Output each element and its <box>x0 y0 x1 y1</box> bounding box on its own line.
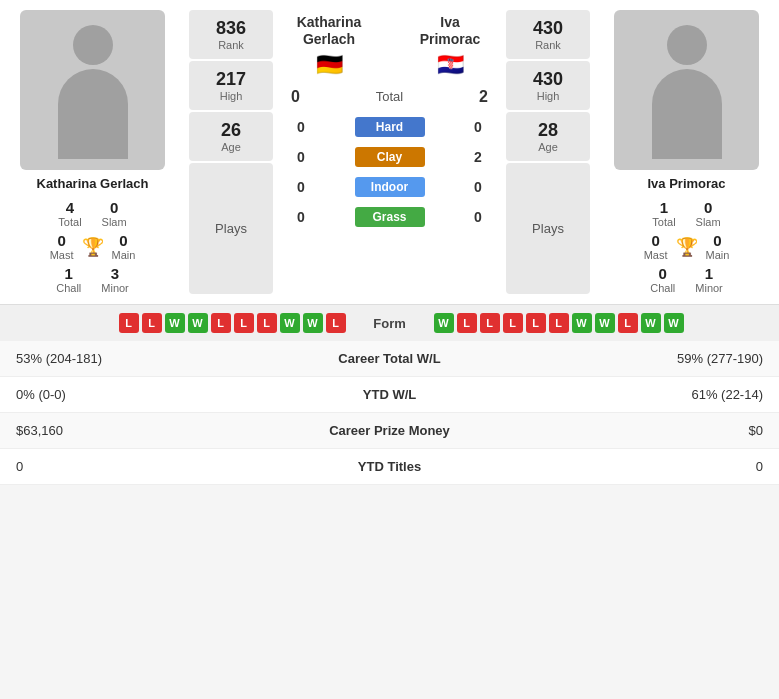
player2-mast: 0 Mast <box>644 232 668 261</box>
form-badge-p1: W <box>165 313 185 333</box>
player2-high-value: 430 <box>516 69 580 90</box>
player1-rank-label: Rank <box>199 39 263 51</box>
player2-main: 0 Main <box>706 232 730 261</box>
stats-left-val: $63,160 <box>0 413 260 449</box>
center-p1-name: KatharinaGerlach <box>289 14 369 48</box>
stats-right-val: $0 <box>519 413 779 449</box>
grass-p2: 0 <box>468 209 488 225</box>
player2-total: 1 Total <box>652 199 675 228</box>
player2-plays-label: Plays <box>532 221 564 236</box>
player2-plays-box: Plays <box>506 163 590 294</box>
player1-slam-label: Slam <box>102 216 127 228</box>
player1-chall-label: Chall <box>56 282 81 294</box>
player2-high-box: 430 High <box>506 61 590 110</box>
player1-slam: 0 Slam <box>102 199 127 228</box>
grass-p1: 0 <box>291 209 311 225</box>
player2-stats-boxes: 430 Rank 430 High 28 Age Plays <box>502 10 594 294</box>
player2-total-value: 1 <box>652 199 675 216</box>
stats-table-row: 0YTD Titles0 <box>0 449 779 485</box>
player1-chall-minor-row: 1 Chall 3 Minor <box>56 265 129 294</box>
player1-top-stats: 4 Total 0 Slam <box>58 199 126 228</box>
total-p2-score: 2 <box>479 88 488 106</box>
player2-slam-label: Slam <box>696 216 721 228</box>
player1-plays-box: Plays <box>189 163 273 294</box>
stats-table-row: 53% (204-181)Career Total W/L59% (277-19… <box>0 341 779 377</box>
form-section: LLWWLLLWWL Form WLLLLLWWLWW <box>0 304 779 341</box>
form-label: Form <box>360 316 420 331</box>
form-badge-p1: L <box>211 313 231 333</box>
form-badge-p2: W <box>641 313 661 333</box>
player1-high-box: 217 High <box>189 61 273 110</box>
form-badge-p2: W <box>572 313 592 333</box>
player1-age-label: Age <box>199 141 263 153</box>
p2-form-badges: WLLLLLWWLWW <box>424 313 770 333</box>
avatar-head-p1 <box>73 25 113 65</box>
player1-mast-value: 0 <box>50 232 74 249</box>
player2-avatar <box>614 10 759 170</box>
player1-age-box: 26 Age <box>189 112 273 161</box>
stats-center-label: Career Prize Money <box>260 413 520 449</box>
form-badge-p1: L <box>326 313 346 333</box>
indoor-row: 0 Indoor 0 <box>281 172 498 202</box>
form-badge-p2: L <box>549 313 569 333</box>
career-stats-table: 53% (204-181)Career Total W/L59% (277-19… <box>0 341 779 485</box>
player2-minor-value: 1 <box>695 265 723 282</box>
clay-badge: Clay <box>355 147 425 167</box>
p1-form-badges: LLWWLLLWWL <box>10 313 356 333</box>
hard-p1: 0 <box>291 119 311 135</box>
player2-mast-value: 0 <box>644 232 668 249</box>
player2-chall-label: Chall <box>650 282 675 294</box>
stats-table-row: $63,160Career Prize Money$0 <box>0 413 779 449</box>
player1-plays-label: Plays <box>215 221 247 236</box>
player1-card: Katharina Gerlach 4 Total 0 Slam 0 Mast … <box>0 10 185 294</box>
player2-total-label: Total <box>652 216 675 228</box>
indoor-p1: 0 <box>291 179 311 195</box>
player1-trophy-row: 0 Mast 🏆 0 Main <box>50 232 136 261</box>
total-label: Total <box>376 89 403 104</box>
player2-chall: 0 Chall <box>650 265 675 294</box>
players-section: Katharina Gerlach 4 Total 0 Slam 0 Mast … <box>0 0 779 304</box>
player1-total-value: 4 <box>58 199 81 216</box>
indoor-p2: 0 <box>468 179 488 195</box>
form-badge-p1: L <box>142 313 162 333</box>
player2-card: Iva Primorac 1 Total 0 Slam 0 Mast 🏆 <box>594 10 779 294</box>
player2-trophy-icon: 🏆 <box>676 236 698 258</box>
total-p1-score: 0 <box>291 88 300 106</box>
player2-top-stats: 1 Total 0 Slam <box>652 199 720 228</box>
player1-total: 4 Total <box>58 199 81 228</box>
form-badge-p2: L <box>503 313 523 333</box>
player2-chall-value: 0 <box>650 265 675 282</box>
player1-minor-value: 3 <box>101 265 129 282</box>
stats-left-val: 0 <box>0 449 260 485</box>
avatar-body-p1 <box>58 69 128 159</box>
avatar-body-p2 <box>652 69 722 159</box>
grass-badge: Grass <box>355 207 425 227</box>
clay-p1: 0 <box>291 149 311 165</box>
stats-right-val: 0 <box>519 449 779 485</box>
player2-slam: 0 Slam <box>696 199 721 228</box>
player1-main: 0 Main <box>112 232 136 261</box>
grass-row: 0 Grass 0 <box>281 202 498 232</box>
stats-center-label: Career Total W/L <box>260 341 520 377</box>
avatar-head-p2 <box>667 25 707 65</box>
player2-age-label: Age <box>516 141 580 153</box>
center-p2-name: Iva Primorac <box>410 14 490 48</box>
player1-age-value: 26 <box>199 120 263 141</box>
hard-p2: 0 <box>468 119 488 135</box>
form-badge-p2: L <box>457 313 477 333</box>
clay-row: 0 Clay 2 <box>281 142 498 172</box>
stats-left-val: 53% (204-181) <box>0 341 260 377</box>
player2-main-value: 0 <box>706 232 730 249</box>
player1-minor: 3 Minor <box>101 265 129 294</box>
form-badge-p2: L <box>618 313 638 333</box>
player1-name: Katharina Gerlach <box>37 176 149 191</box>
total-row: 0 Total 2 <box>281 82 498 112</box>
main-container: Katharina Gerlach 4 Total 0 Slam 0 Mast … <box>0 0 779 485</box>
stats-left-val: 0% (0-0) <box>0 377 260 413</box>
player1-minor-label: Minor <box>101 282 129 294</box>
player1-rank-box: 836 Rank <box>189 10 273 59</box>
player2-slam-value: 0 <box>696 199 721 216</box>
player2-minor-label: Minor <box>695 282 723 294</box>
form-badge-p1: L <box>119 313 139 333</box>
stats-right-val: 59% (277-190) <box>519 341 779 377</box>
